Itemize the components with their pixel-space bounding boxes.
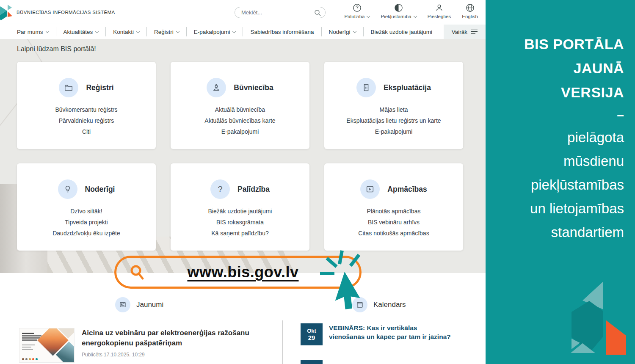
- nav-more-button[interactable]: Vairāk: [444, 25, 486, 39]
- promo-line: BIS PORTĀLA: [524, 32, 624, 56]
- calendar-event[interactable]: Okt 29 VEBINĀRS: Kas ir vertikālas vieno…: [301, 323, 451, 345]
- brand: BŪVNIECĪBAS INFORMĀCIJAS SISTĒMA: [0, 4, 115, 21]
- bis-logo-icon: [0, 4, 13, 21]
- card-link[interactable]: BIS vebināru arhīvs: [368, 219, 420, 226]
- search-box[interactable]: [235, 7, 326, 18]
- promo-line: VERSIJA: [524, 80, 624, 105]
- nav-registri[interactable]: Reģistri: [147, 28, 186, 36]
- nav-biezak-uzdotie-jautajumi[interactable]: Biežāk uzdotie jautājumi: [364, 28, 440, 36]
- card-palidziba: ? Palīdzība Biežāk uzdotie jautājumi BIS…: [171, 163, 309, 251]
- question-icon: ?: [210, 179, 230, 199]
- login-label: Pieslēgties: [428, 14, 451, 19]
- bis-logo-watermark: [567, 276, 631, 359]
- hero-section: Laipni lūdzam BIS portālā! Reģistri Būvk…: [0, 39, 486, 273]
- card-link[interactable]: Pārvaldnieku reģistrs: [59, 117, 114, 124]
- nav-kontakti[interactable]: Kontakti: [106, 28, 146, 36]
- card-link[interactable]: Citas notikušās apmācības: [358, 230, 429, 237]
- nav-e-pakalpojumi[interactable]: E-pakalpojumi: [187, 28, 243, 36]
- chevron-down-icon: [45, 29, 49, 33]
- card-title: Ekspluatācija: [384, 83, 431, 92]
- card-link[interactable]: Citi: [82, 128, 91, 135]
- card-link[interactable]: BIS rokasgrāmata: [216, 219, 264, 226]
- news-section-header: Jaunumi: [115, 297, 163, 312]
- card-link[interactable]: E-pakalpojumi: [221, 128, 259, 135]
- chevron-down-icon: [367, 14, 370, 17]
- card-title: Palīdzība: [237, 185, 270, 194]
- search-icon[interactable]: [314, 9, 321, 16]
- promo-text: BIS PORTĀLA JAUNĀ VERSIJA – pielāgota mū…: [524, 32, 624, 244]
- chevron-down-icon: [176, 29, 179, 33]
- nav-noderigi[interactable]: Noderīgi: [322, 28, 363, 36]
- card-link[interactable]: Aktuālā būvniecība: [215, 106, 265, 113]
- main-portal: BŪVNIECĪBAS INFORMĀCIJAS SISTĒMA Palīdzī…: [0, 0, 486, 364]
- search-icon: [128, 263, 146, 281]
- card-link[interactable]: Dzīvo siltāk!: [70, 208, 102, 215]
- card-link[interactable]: Ekspluatācijas lietu reģistrs un karte: [346, 117, 441, 124]
- help-icon: [353, 3, 362, 12]
- language-switch[interactable]: English: [462, 3, 478, 19]
- builder-icon: [207, 78, 226, 97]
- event-title[interactable]: VEBINĀRS: Kas ir vertikālas vienošanās u…: [329, 323, 451, 345]
- card-link[interactable]: Tipveida projekti: [65, 219, 108, 226]
- play-icon: [360, 179, 380, 199]
- news-thumbnail: [19, 328, 75, 363]
- card-link[interactable]: Mājas lieta: [380, 106, 408, 113]
- event-date-badge: Okt 29: [301, 323, 323, 345]
- event-month: Okt: [307, 328, 316, 334]
- news-section-title: Jaunumi: [136, 301, 163, 309]
- card-link[interactable]: Daudzdzīvokļu ēku izpēte: [52, 230, 120, 237]
- newspaper-icon: [115, 297, 130, 312]
- card-link[interactable]: Aktuālās būvniecības karte: [204, 117, 275, 124]
- card-apmacibas: Apmācības Plānotās apmācības BIS vebinār…: [324, 163, 463, 251]
- brand-title: BŪVNIECĪBAS INFORMĀCIJAS SISTĒMA: [17, 10, 115, 15]
- top-header: BŪVNIECĪBAS INFORMĀCIJAS SISTĒMA Palīdzī…: [0, 0, 486, 24]
- card-link[interactable]: E-pakalpojumi: [375, 128, 413, 135]
- news-title[interactable]: Aicina uz vebināru par elektroenerģijas …: [82, 328, 270, 348]
- card-title: Apmācības: [387, 185, 427, 194]
- calendar-icon: [352, 297, 367, 312]
- card-link[interactable]: Kā saņemt palīdzību?: [211, 230, 268, 237]
- portal-url[interactable]: www.bis.gov.lv: [146, 263, 359, 281]
- search-input[interactable]: [241, 7, 311, 18]
- bulb-icon: [58, 179, 77, 199]
- card-title: Reģistri: [86, 83, 113, 92]
- partner-logos: [22, 358, 38, 360]
- calendar-section-title: Kalendārs: [373, 301, 406, 309]
- event-day: 29: [308, 334, 315, 341]
- url-banner: www.bis.gov.lv: [114, 256, 362, 289]
- card-ekspluatacija: Ekspluatācija Mājas lieta Ekspluatācijas…: [324, 62, 463, 149]
- nav-par-mums[interactable]: Par mums: [10, 28, 56, 36]
- welcome-text: Laipni lūdzam BIS portālā!: [17, 45, 96, 53]
- contrast-icon: [394, 3, 403, 12]
- promo-line: mūsdienu: [524, 149, 624, 173]
- chevron-down-icon: [136, 29, 140, 33]
- nav-sabiedribas-informesana[interactable]: Sabiedrības informēšana: [243, 28, 321, 36]
- menu-icon: [471, 30, 478, 34]
- chevron-down-icon: [413, 14, 417, 17]
- news-item[interactable]: Aicina uz vebināru par elektroenerģijas …: [19, 328, 277, 363]
- card-registri: Reģistri Būvkomersantu reģistrs Pārvaldn…: [17, 62, 156, 149]
- accessibility-menu[interactable]: Piekļūstamība: [381, 3, 416, 19]
- promo-line: JAUNĀ: [524, 56, 624, 80]
- card-link[interactable]: Biežāk uzdotie jautājumi: [208, 208, 272, 215]
- page: BŪVNIECĪBAS INFORMĀCIJAS SISTĒMA Palīdzī…: [0, 0, 635, 364]
- chevron-down-icon: [95, 29, 99, 33]
- promo-line: un lietojamības: [524, 197, 624, 221]
- user-icon: [435, 3, 444, 12]
- card-link[interactable]: Būvkomersantu reģistrs: [55, 106, 117, 113]
- promo-line: piekļūstamības: [524, 173, 624, 197]
- card-link[interactable]: Plānotās apmācības: [367, 208, 421, 215]
- promo-dash: –: [524, 105, 624, 126]
- login-button[interactable]: Pieslēgties: [428, 3, 451, 19]
- nav-aktualitates[interactable]: Aktualitātes: [56, 28, 106, 36]
- header-actions: Palīdzība Piekļūstamība Pieslēgties: [344, 3, 478, 19]
- main-nav: Par mums Aktualitātes Kontakti Reģistri …: [0, 25, 486, 39]
- help-label: Palīdzība: [344, 14, 364, 19]
- building-icon: [356, 78, 376, 97]
- promo-line: pielāgota: [524, 126, 624, 149]
- calendar-section-header: Kalendārs: [352, 297, 406, 312]
- card-buvnieciba: Būvniecība Aktuālā būvniecība Aktuālās b…: [171, 62, 309, 149]
- folder-icon: [59, 78, 78, 97]
- chevron-down-icon: [232, 29, 236, 33]
- help-menu[interactable]: Palīdzība: [344, 3, 370, 19]
